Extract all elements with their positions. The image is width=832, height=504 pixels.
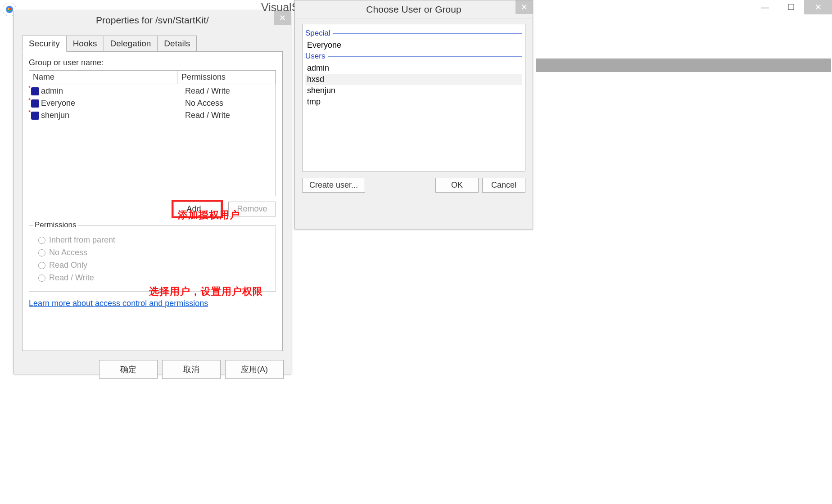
radio-label: Inherit from parent: [49, 235, 115, 245]
radio-icon: [38, 274, 45, 282]
user-icon: [31, 112, 39, 120]
properties-dialog: Properties for /svn/StartKit/ ✕ Security…: [14, 11, 291, 374]
properties-close-button[interactable]: ✕: [274, 11, 291, 25]
user-perm: Read / Write: [185, 111, 230, 120]
tab-delegation[interactable]: Delegation: [104, 36, 158, 52]
radio-label: Read Only: [49, 261, 87, 270]
annotation-set-perm: 选择用户，设置用户权限: [149, 285, 263, 298]
tab-security[interactable]: Security: [22, 36, 67, 52]
background-toolbar: [536, 58, 831, 72]
permissions-groupbox: Permissions Inherit from parent No Acces…: [29, 225, 276, 292]
user-name: admin: [41, 86, 185, 96]
special-group-header: Special: [305, 29, 522, 38]
user-icon: [31, 87, 39, 95]
list-item-admin[interactable]: admin: [305, 63, 522, 74]
user-name: Everyone: [41, 99, 185, 108]
radio-icon: [38, 249, 45, 256]
permissions-legend: Permissions: [33, 220, 78, 230]
group-icon: [31, 99, 39, 108]
tab-content: Group or user name: Name Permissions adm…: [22, 51, 283, 351]
list-item-shenjun[interactable]: shenjun: [305, 85, 522, 96]
create-user-button[interactable]: Create user...: [302, 178, 365, 193]
choose-bottom-buttons: Create user... OK Cancel: [295, 171, 533, 199]
choose-title: Choose User or Group ✕: [295, 0, 533, 18]
radio-noaccess[interactable]: No Access: [38, 248, 267, 257]
apply-button[interactable]: 应用(A): [225, 360, 284, 379]
user-perm: Read / Write: [185, 86, 230, 96]
radio-readwrite[interactable]: Read / Write: [38, 273, 267, 283]
radio-label: Read / Write: [49, 273, 94, 283]
user-table: Name Permissions admin Read / Write Ever…: [29, 70, 276, 196]
table-row[interactable]: shenjun Read / Write: [29, 109, 276, 122]
properties-tabs: Security Hooks Delegation Details: [22, 36, 283, 52]
maximize-button[interactable]: ☐: [778, 0, 804, 14]
list-item-everyone[interactable]: Everyone: [305, 40, 522, 51]
learn-more-link[interactable]: Learn more about access control and perm…: [29, 299, 208, 308]
user-table-header: Name Permissions: [29, 71, 276, 84]
user-group-listbox: Special Everyone Users admin hxsd shenju…: [302, 24, 525, 171]
choose-close-button[interactable]: ✕: [515, 0, 533, 14]
col-permissions[interactable]: Permissions: [178, 71, 276, 84]
user-name: shenjun: [41, 111, 185, 120]
choose-user-dialog: Choose User or Group ✕ Special Everyone …: [294, 0, 533, 230]
list-item-hxsd[interactable]: hxsd: [305, 74, 522, 85]
group-user-label: Group or user name:: [29, 58, 276, 68]
properties-title: Properties for /svn/StartKit/ ✕: [14, 11, 291, 29]
radio-inherit[interactable]: Inherit from parent: [38, 235, 267, 245]
table-row[interactable]: Everyone No Access: [29, 97, 276, 109]
list-item-tmp[interactable]: tmp: [305, 96, 522, 108]
col-name[interactable]: Name: [29, 71, 178, 84]
tab-details[interactable]: Details: [157, 36, 197, 52]
properties-title-text: Properties for /svn/StartKit/: [96, 15, 209, 25]
tab-hooks[interactable]: Hooks: [66, 36, 104, 52]
close-window-button[interactable]: ✕: [804, 0, 832, 14]
choose-title-text: Choose User or Group: [366, 4, 461, 14]
annotation-add-user: 添加授权用户: [178, 208, 240, 222]
special-label: Special: [305, 29, 330, 38]
properties-bottom-buttons: 确定 取消 应用(A): [14, 356, 291, 385]
minimize-button[interactable]: —: [752, 0, 778, 14]
radio-icon: [38, 237, 45, 244]
users-group-header: Users: [305, 52, 522, 61]
ok-button[interactable]: 确定: [99, 360, 158, 379]
radio-label: No Access: [49, 248, 87, 257]
choose-cancel-button[interactable]: Cancel: [482, 178, 525, 193]
table-row[interactable]: admin Read / Write: [29, 85, 276, 97]
window-controls: — ☐ ✕: [752, 0, 832, 14]
choose-ok-button[interactable]: OK: [435, 178, 479, 193]
user-perm: No Access: [185, 99, 223, 108]
cancel-button[interactable]: 取消: [162, 360, 221, 379]
radio-readonly[interactable]: Read Only: [38, 261, 267, 270]
users-label: Users: [305, 52, 325, 61]
radio-icon: [38, 262, 45, 269]
